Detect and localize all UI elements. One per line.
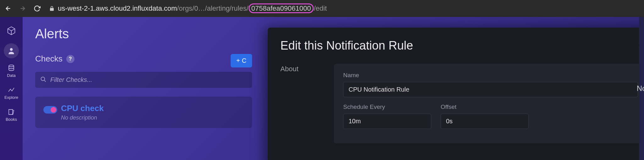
browser-bar: us-west-2-1.aws.cloud2.influxdata.com/or…: [0, 0, 644, 17]
about-label: About: [280, 64, 315, 143]
url-path-mid: /alerting/rules/: [205, 4, 248, 12]
modal-title: Edit this Notification Rule: [280, 39, 413, 52]
name-input[interactable]: [343, 82, 638, 97]
url-path-suffix: /edit: [314, 4, 327, 12]
user-icon: [7, 47, 15, 55]
nav-forward-button[interactable]: [18, 3, 28, 13]
sidebar-item-logo[interactable]: [2, 21, 21, 40]
url-bar[interactable]: us-west-2-1.aws.cloud2.influxdata.com/or…: [47, 0, 641, 17]
url-path-prefix: /orgs/: [177, 4, 194, 12]
url-text: us-west-2-1.aws.cloud2.influxdata.com/or…: [58, 4, 327, 13]
form-panel: Name Schedule Every Offset: [334, 64, 644, 143]
svg-point-0: [10, 48, 13, 51]
sidebar-label-books: Books: [6, 117, 17, 122]
lock-icon: [49, 6, 55, 11]
check-name[interactable]: CPU check: [61, 104, 104, 113]
offset-label: Offset: [441, 104, 529, 110]
sidebar-item-data[interactable]: Data: [2, 61, 21, 80]
right-edge-panel: No: [639, 17, 644, 160]
explore-icon: [8, 86, 15, 94]
database-icon: [8, 64, 15, 72]
filter-checks-input[interactable]: [35, 72, 252, 88]
check-toggle[interactable]: [43, 106, 57, 114]
svg-point-2: [41, 77, 45, 81]
main-area: Alerts Checks ? + C CPU check: [23, 17, 644, 160]
check-card[interactable]: CPU check No description: [35, 97, 252, 128]
url-rule-id-highlight: 0758afea09061000: [249, 3, 314, 13]
schedule-input[interactable]: [343, 114, 431, 129]
help-icon[interactable]: ?: [66, 55, 74, 63]
name-label: Name: [343, 72, 638, 79]
sidebar-item-user[interactable]: [4, 43, 19, 58]
schedule-label: Schedule Every: [343, 104, 431, 110]
checks-section-title: Checks: [35, 54, 63, 64]
sidebar-label-data: Data: [7, 73, 15, 78]
create-button-label: C: [242, 57, 246, 64]
offset-input[interactable]: [441, 114, 529, 129]
edit-rule-modal: Edit this Notification Rule About Name S…: [268, 28, 644, 160]
sidebar-item-books[interactable]: Books: [2, 105, 21, 124]
url-host: us-west-2-1.aws.cloud2.influxdata.com: [58, 4, 177, 12]
sidebar-item-explore[interactable]: Explore: [2, 83, 21, 102]
sidebar-label-explore: Explore: [4, 95, 18, 100]
create-check-button[interactable]: + C: [231, 54, 252, 67]
cube-icon: [7, 26, 16, 35]
nav-reload-button[interactable]: [32, 3, 42, 13]
check-description: No description: [61, 115, 104, 121]
sidebar: Data Explore Books: [0, 17, 23, 160]
plus-icon: +: [236, 57, 240, 64]
svg-point-1: [9, 65, 14, 67]
search-icon: [40, 76, 47, 84]
nav-back-button[interactable]: [3, 3, 13, 13]
books-icon: [8, 108, 15, 116]
url-org-id: 0…: [194, 4, 205, 12]
checks-header: Checks ? + C: [35, 54, 252, 64]
